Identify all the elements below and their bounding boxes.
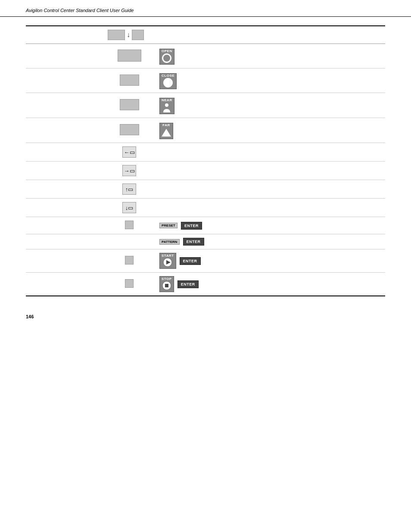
start-col2 [103,249,155,273]
preset-enter-label: ENTER [184,224,199,228]
pattern-enter-label: ENTER [187,240,201,244]
near-col2 [103,93,155,118]
arrow-down-tilt-icon[interactable]: ↓▭ [122,202,136,213]
table-row-pan-right: →▭ [26,162,385,180]
preset-label: PRESET [162,224,175,227]
tilt-down-col3 [155,199,385,217]
preset-col3: PRESET ENTER [155,217,385,234]
down-arrow-icon: ↓ [127,31,130,39]
table-row-header: ↓ [26,26,385,44]
pattern-icon[interactable]: PATTERN [159,239,180,245]
stop-icon[interactable]: STOP [159,276,174,292]
near-person-shape [162,103,171,112]
arrow-right-icon[interactable]: →▭ [122,165,136,176]
table-row-near: NEAR [26,93,385,118]
table-row-far: FAR [26,118,385,143]
pan-left-col1 [26,143,103,162]
arrow-up-icon[interactable]: ↑▭ [122,184,136,195]
svg-marker-1 [162,129,171,137]
pattern-icon-row: PATTERN ENTER [159,238,381,246]
start-enter-btn[interactable]: ENTER [180,257,201,265]
table-row-start: START ENTER [26,249,385,273]
pattern-col3: PATTERN ENTER [155,234,385,249]
stop-label: STOP [162,277,172,281]
preset-enter-btn[interactable]: ENTER [181,222,202,230]
open-label: OPEN [162,50,172,53]
close-col1 [26,68,103,93]
stop-col2 [103,273,155,296]
open-icon[interactable]: OPEN [159,49,174,65]
page-content: ↓ OPEN [0,17,411,305]
tilt-down-col2: ↓▭ [103,199,155,217]
reference-table: ↓ OPEN [26,25,385,296]
svg-point-0 [165,103,168,107]
start-icon-row: START ENTER [159,253,381,269]
close-col3: CLOSE [155,68,385,93]
far-col2 [103,118,155,143]
arrow-down-symbol: ↓▭ [125,205,134,211]
table-row-tilt-up: ↑▭ [26,180,385,199]
svg-rect-5 [165,284,168,287]
table-row-close: CLOSE [26,68,385,93]
near-icon[interactable]: NEAR [159,98,174,114]
table-row-tilt-down: ↓▭ [26,199,385,217]
pattern-label: PATTERN [162,240,177,244]
open-col3: OPEN [155,44,385,68]
preset-small-btn[interactable] [125,221,134,229]
stop-col1 [26,273,103,296]
pan-left-col3 [155,143,385,162]
zoom-in-btn[interactable] [132,30,144,40]
stop-icon-row: STOP ENTER [159,276,381,292]
pan-right-col1 [26,162,103,180]
close-circle [163,78,173,87]
far-label: FAR [162,124,170,127]
arrow-right-symbol: →▭ [124,168,135,174]
pattern-col1 [26,234,103,249]
pan-right-col2: →▭ [103,162,155,180]
open-circle [162,53,171,63]
close-icon[interactable]: CLOSE [159,73,177,89]
near-col3: NEAR [155,93,385,118]
pattern-enter-btn[interactable]: ENTER [183,238,204,246]
close-gray-btn[interactable] [120,75,139,86]
col2-header: ↓ [103,26,155,44]
stop-enter-label: ENTER [181,282,195,286]
arrow-left-icon[interactable]: ←▭ [122,146,136,158]
start-label: START [162,254,174,258]
col3-header [155,26,385,44]
preset-icon[interactable]: PRESET [159,223,177,228]
close-col2 [103,68,155,93]
stop-small-btn[interactable] [125,279,134,288]
tilt-up-col2: ↑▭ [103,180,155,199]
pattern-col2 [103,234,155,249]
table-row-stop: STOP ENTER [26,273,385,296]
start-col1 [26,249,103,273]
arrow-up-symbol: ↑▭ [125,186,134,193]
near-gray-btn[interactable] [120,99,139,110]
far-col1 [26,118,103,143]
tilt-up-col1 [26,180,103,199]
start-col3: START ENTER [155,249,385,273]
start-enter-label: ENTER [183,259,197,263]
close-label: CLOSE [162,74,174,78]
zoom-out-btn[interactable] [108,30,125,40]
table-row-pan-left: ←▭ [26,143,385,162]
arrow-left-symbol: ←▭ [124,149,135,156]
stop-enter-btn[interactable]: ENTER [177,280,199,288]
near-col1 [26,93,103,118]
far-gray-btn[interactable] [120,124,139,135]
far-icon[interactable]: FAR [159,123,173,139]
far-mountain-shape [162,128,171,137]
page-header: Avigilon Control Center Standard Client … [0,0,411,17]
stop-col3: STOP ENTER [155,273,385,296]
preset-col2 [103,217,155,234]
pan-left-col2: ←▭ [103,143,155,162]
table-row-preset: PRESET ENTER [26,217,385,234]
preset-col1 [26,217,103,234]
start-small-btn[interactable] [125,256,134,264]
table-row-open: OPEN [26,44,385,68]
tilt-up-col3 [155,180,385,199]
start-icon[interactable]: START [159,253,176,269]
page-footer: 146 [0,305,411,328]
open-gray-btn[interactable] [118,50,141,62]
